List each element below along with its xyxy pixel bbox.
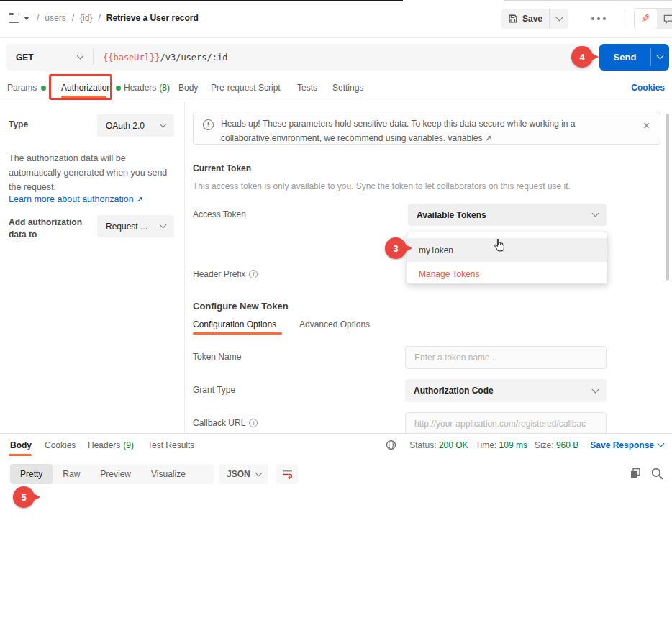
time-value: 109 ms xyxy=(499,440,527,450)
close-icon[interactable]: × xyxy=(643,121,650,131)
add-auth-data-select[interactable]: Request ... xyxy=(97,215,174,237)
size-value: 960 B xyxy=(556,440,578,450)
callback-url-input[interactable] xyxy=(405,412,607,435)
external-link-icon: ↗ xyxy=(485,134,491,142)
tab-tests[interactable]: Tests xyxy=(297,83,317,93)
learn-more-link[interactable]: Learn more about authorization ↗ xyxy=(9,194,142,204)
learn-more-label: Learn more about authorization xyxy=(9,194,134,204)
chevron-down-icon xyxy=(160,222,167,229)
grant-type-value: Authorization Code xyxy=(414,386,494,396)
variables-link[interactable]: variables xyxy=(448,133,483,143)
tab-advanced-options[interactable]: Advanced Options xyxy=(299,319,370,329)
response-tab-body[interactable]: Body xyxy=(10,440,32,450)
save-response-button[interactable]: Save Response xyxy=(590,440,663,450)
edit-mode-button[interactable]: ✎ xyxy=(635,9,657,29)
request-title: Retrieve a User record xyxy=(106,13,199,23)
menu-item-mytoken[interactable]: myToken xyxy=(407,238,607,262)
method-url-divider xyxy=(93,49,94,65)
send-button[interactable]: Send xyxy=(599,44,669,71)
tab-configuration-options[interactable]: Configuration Options xyxy=(193,319,276,329)
globe-icon[interactable] xyxy=(386,440,396,450)
tab-prerequest[interactable]: Pre-request Script xyxy=(211,83,281,93)
breadcrumb-separator: / xyxy=(37,13,39,23)
more-dot xyxy=(597,17,600,20)
tab-headers-count: (8) xyxy=(159,83,170,93)
top-edge-light xyxy=(504,0,672,1)
collection-caret-icon[interactable] xyxy=(24,17,29,20)
response-tab-headers-count: (9) xyxy=(123,440,134,450)
save-options-button[interactable] xyxy=(550,9,568,29)
access-token-select[interactable]: Available Tokens xyxy=(408,204,607,226)
search-response-button[interactable] xyxy=(650,467,664,481)
tab-body[interactable]: Body xyxy=(178,83,198,93)
banner-message: Heads up! These parameters hold sensitiv… xyxy=(221,119,576,143)
time-row: Time: 109 ms xyxy=(476,440,527,450)
grant-type-select[interactable]: Authorization Code xyxy=(405,379,607,402)
cookies-link[interactable]: Cookies xyxy=(631,83,665,93)
auth-panel-scrollbar[interactable] xyxy=(666,114,669,281)
token-name-label: Token Name xyxy=(193,352,241,362)
copy-response-button[interactable] xyxy=(629,467,642,480)
grant-type-label: Grant Type xyxy=(193,385,235,395)
response-tab-tests[interactable]: Test Results xyxy=(147,440,194,450)
chevron-down-icon xyxy=(658,440,665,447)
header-divider xyxy=(0,37,672,38)
annotation-step-5-number: 5 xyxy=(21,492,26,503)
tab-authorization-label: Authorization xyxy=(61,83,112,93)
comments-button[interactable] xyxy=(657,9,672,29)
collection-icon[interactable] xyxy=(9,14,19,23)
token-name-input[interactable] xyxy=(405,346,607,369)
mytoken-label: myToken xyxy=(419,245,453,255)
tab-authorization[interactable]: Authorization xyxy=(61,83,121,93)
info-icon: i xyxy=(249,270,258,278)
config-tab-underline xyxy=(193,332,282,335)
view-tab-preview[interactable]: Preview xyxy=(90,464,141,484)
wrap-lines-button[interactable] xyxy=(276,464,298,484)
annotation-step-5: 5 xyxy=(13,486,35,508)
save-button[interactable]: Save xyxy=(501,9,549,29)
response-tab-cookies[interactable]: Cookies xyxy=(45,440,76,450)
tab-settings[interactable]: Settings xyxy=(332,83,363,93)
save-button-label: Save xyxy=(522,14,542,24)
url-variable: {{baseUrl}} xyxy=(103,53,160,63)
manage-tokens-label: Manage Tokens xyxy=(419,269,480,279)
url-input[interactable]: {{baseUrl}}/v3/users/:id xyxy=(103,44,227,71)
info-icon: i xyxy=(249,419,258,427)
auth-description: The authorization data will be automatic… xyxy=(9,151,178,194)
postman-window: / users / {id} / Retrieve a User record … xyxy=(0,0,672,641)
banner-text: Heads up! These parameters hold sensitiv… xyxy=(221,117,624,145)
send-options-button[interactable] xyxy=(650,44,669,71)
more-dot xyxy=(603,17,606,20)
authorization-dot-icon xyxy=(116,86,121,91)
annotation-step-4: 4 xyxy=(571,46,593,68)
access-token-value: Available Tokens xyxy=(417,210,486,220)
method-select[interactable]: GET xyxy=(6,44,93,71)
response-tab-headers[interactable]: Headers (9) xyxy=(88,440,134,450)
cursor-hand-icon xyxy=(494,238,504,252)
breadcrumb-item-users[interactable]: users xyxy=(45,13,65,23)
header-prefix-label: Header Prefix xyxy=(193,269,245,279)
search-icon xyxy=(650,467,664,481)
response-view-tabs: Pretty Raw Preview Visualize xyxy=(10,464,214,484)
menu-item-manage-tokens[interactable]: Manage Tokens xyxy=(407,262,607,286)
format-select[interactable]: JSON xyxy=(219,464,268,484)
response-meta: Status: 200 OK Time: 109 ms Size: 960 B … xyxy=(386,440,663,450)
tab-params[interactable]: Params xyxy=(7,83,46,93)
view-tab-pretty[interactable]: Pretty xyxy=(10,464,53,484)
breadcrumb: / users / {id} / Retrieve a User record xyxy=(9,10,199,26)
annotation-step-4-number: 4 xyxy=(579,52,584,63)
view-tab-raw[interactable]: Raw xyxy=(53,464,90,484)
current-token-title: Current Token xyxy=(193,163,251,173)
more-options-button[interactable] xyxy=(591,17,606,20)
chevron-down-icon xyxy=(77,53,84,60)
token-name-field-wrap xyxy=(405,346,607,369)
params-dot-icon xyxy=(41,86,46,91)
tab-headers[interactable]: Headers (8) xyxy=(124,83,170,93)
auth-type-select[interactable]: OAuth 2.0 xyxy=(97,114,174,137)
size-label: Size: xyxy=(535,440,554,450)
breadcrumb-item-id[interactable]: {id} xyxy=(80,13,92,23)
view-tab-visualize[interactable]: Visualize xyxy=(141,464,196,484)
size-row: Size: 960 B xyxy=(535,440,578,450)
header-prefix-row: Header Prefix i xyxy=(193,269,258,279)
toolbar-divider xyxy=(625,10,625,27)
